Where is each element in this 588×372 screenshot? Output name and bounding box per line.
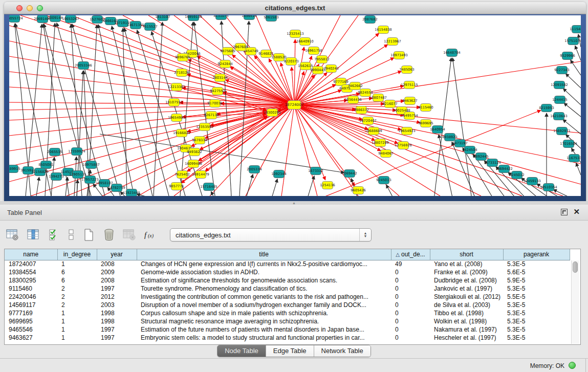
table-cell[interactable]: 0 — [391, 268, 430, 276]
table-cell[interactable]: 14569117 — [5, 301, 57, 309]
table-cell[interactable]: Genome-wide association studies in ADHD. — [137, 268, 391, 276]
table-cell[interactable]: Structural magnetic resonance image aver… — [137, 317, 391, 325]
column-header[interactable]: year — [97, 249, 137, 260]
graph-node[interactable]: 9857771 — [169, 183, 184, 190]
graph-edge[interactable] — [9, 105, 294, 151]
graph-hub-node[interactable]: 18724007 — [285, 101, 304, 110]
column-header[interactable]: △out_de... — [391, 249, 430, 260]
table-cell[interactable]: Changes of HCN gene expression and I(f) … — [137, 260, 391, 268]
graph-node[interactable]: 16648784 — [443, 49, 461, 57]
graph-node[interactable]: 7515527 — [142, 23, 157, 31]
table-row[interactable]: 1830029562008Estimation of significance … — [5, 276, 570, 285]
table-cell[interactable]: 0 — [391, 309, 430, 317]
graph-node[interactable]: 1069442 — [342, 170, 357, 178]
graph-node[interactable]: 8215953 — [539, 104, 554, 112]
table-row[interactable]: 946362711997Embryonic stem cells: a mode… — [5, 334, 570, 342]
graph-node[interactable]: 15716485 — [200, 183, 217, 191]
graph-node[interactable]: 1696416 — [242, 15, 256, 20]
graph-node[interactable]: 16210643 — [550, 113, 568, 120]
graph-node[interactable]: 18107553 — [165, 99, 183, 106]
table-selector-dropdown[interactable]: citations_edges.txt ▲▼ — [170, 228, 372, 242]
table-cell[interactable]: 5.9E-5 — [503, 276, 570, 285]
table-cell[interactable]: 0 — [391, 334, 430, 342]
table-cell[interactable]: 19384554 — [5, 268, 57, 276]
table-cell[interactable]: Franke et al. (2009) — [430, 268, 503, 276]
graph-node[interactable]: 12213967 — [384, 38, 401, 46]
graph-node[interactable]: 6473197 — [452, 140, 467, 147]
table-cell[interactable]: Tourette syndrome. Phenomenology and cla… — [137, 285, 391, 293]
table-cell[interactable]: 0 — [391, 293, 430, 301]
graph-node[interactable]: 9170036 — [207, 100, 222, 107]
table-cell[interactable]: 5.3E-5 — [503, 301, 570, 309]
table-cell[interactable]: de Silva et al. (2003) — [430, 301, 503, 309]
graph-node[interactable]: 9245013 — [376, 177, 391, 184]
table-cell[interactable]: 0 — [391, 276, 430, 285]
table-cell[interactable]: Dudbridge et al. (2008) — [430, 276, 503, 285]
graph-node[interactable]: 12975115 — [401, 81, 418, 89]
graph-node[interactable]: 15751074 — [564, 37, 581, 45]
tab-network-table[interactable]: Network Table — [314, 345, 371, 357]
table-cell[interactable]: Stergiakouli et al. (2012) — [430, 293, 503, 301]
tab-node-table[interactable]: Node Table — [217, 345, 266, 357]
table-cell[interactable]: Corpus callosum shape and size in male p… — [137, 309, 391, 317]
table-cell[interactable]: 2003 — [97, 301, 137, 309]
table-cell[interactable]: 1998 — [97, 317, 137, 325]
graph-node[interactable]: 2005334 — [247, 166, 262, 173]
graph-node[interactable]: 9242844 — [217, 60, 232, 68]
float-panel-icon[interactable] — [561, 209, 568, 215]
function-builder-icon[interactable]: f(x) — [142, 227, 158, 243]
graph-edge[interactable] — [77, 180, 78, 196]
graph-node[interactable]: 9427552 — [210, 87, 225, 95]
table-cell[interactable]: 2 — [57, 293, 97, 301]
table-cell[interactable]: 2012 — [97, 293, 137, 301]
graph-edge[interactable] — [154, 22, 162, 196]
graph-node[interactable]: 15692971 — [553, 127, 571, 135]
memory-ok-icon[interactable] — [569, 362, 576, 369]
graph-edge[interactable] — [9, 26, 294, 105]
graph-edge[interactable] — [575, 46, 581, 60]
table-cell[interactable]: Yano et al. (2008) — [430, 260, 503, 268]
close-panel-icon[interactable]: ✕ — [573, 207, 580, 216]
graph-edge[interactable] — [180, 22, 193, 196]
graph-node[interactable]: 9824554 — [358, 89, 373, 97]
table-row[interactable]: 1938455462009Genome-wide association stu… — [5, 268, 570, 276]
graph-edge[interactable] — [194, 22, 215, 196]
graph-node[interactable]: 7625402 — [175, 171, 189, 179]
graph-node[interactable]: 17016504 — [560, 140, 577, 148]
delete-table-icon[interactable] — [122, 227, 137, 243]
graph-node[interactable]: 8131074 — [213, 15, 228, 20]
table-cell[interactable]: Hescheler et al. (1997) — [430, 334, 503, 342]
graph-edge[interactable] — [294, 105, 317, 196]
graph-node[interactable]: 2803144 — [212, 74, 227, 82]
table-cell[interactable]: 2008 — [97, 260, 137, 268]
graph-node[interactable]: 19654923 — [398, 127, 416, 135]
table-cell[interactable]: 1997 — [97, 325, 137, 334]
table-cell[interactable]: Estimation of significance thresholds fo… — [137, 276, 391, 285]
tab-edge-table[interactable]: Edge Table — [266, 345, 314, 357]
graph-node[interactable]: 1562615 — [298, 62, 313, 70]
table-cell[interactable]: 5.3E-5 — [503, 309, 570, 317]
table-cell[interactable]: 5.3E-5 — [503, 317, 570, 325]
table-cell[interactable]: 1 — [57, 325, 97, 334]
graph-node[interactable]: 9484067 — [378, 150, 393, 158]
graph-edge[interactable] — [246, 174, 253, 196]
panel-splitter[interactable]: ▲ — [0, 201, 588, 205]
column-header[interactable]: in_degree — [57, 249, 97, 260]
graph-node[interactable]: 9896765 — [175, 54, 190, 61]
table-cell[interactable]: 1998 — [97, 309, 137, 317]
splitter-handle-icon[interactable]: ▲ — [292, 202, 296, 204]
graph-node[interactable]: 1527602 — [90, 16, 104, 24]
graph-node[interactable]: 16099488 — [185, 160, 202, 168]
graph-edge[interactable] — [98, 25, 134, 196]
node-table-grid[interactable]: namein_degreeyeartitle△out_de...shortpag… — [5, 249, 570, 342]
table-cell[interactable]: Estimation of the future numbers of pati… — [137, 325, 391, 334]
table-row[interactable]: 977716911998Corpus callosum shape and si… — [5, 309, 570, 317]
column-header[interactable]: name — [5, 249, 57, 260]
column-header[interactable]: pagerank — [503, 249, 570, 260]
table-cell[interactable]: 9465546 — [5, 325, 57, 334]
create-column-icon[interactable] — [81, 227, 96, 243]
graph-edge[interactable] — [97, 15, 294, 105]
graph-node[interactable]: 9146821 — [258, 50, 273, 58]
graph-node[interactable]: 1254136 — [320, 182, 335, 189]
graph-node[interactable]: 1167533 — [567, 155, 581, 162]
